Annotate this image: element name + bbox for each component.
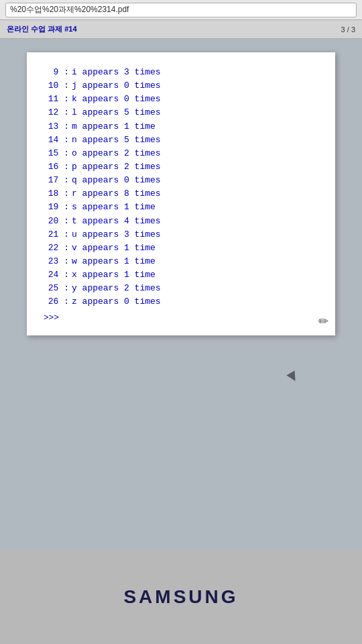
row-number: 14 : — [44, 133, 69, 147]
table-row: 26 :z appears 0 times — [44, 295, 318, 309]
row-number: 17 : — [44, 174, 69, 187]
row-number: 16 : — [44, 160, 69, 174]
row-text: r appears 8 times — [69, 187, 161, 201]
table-row: 13 :m appears 1 time — [44, 120, 318, 133]
table-row: 17 :q appears 0 times — [44, 174, 318, 187]
row-number: 10 : — [44, 79, 69, 93]
url-text: %20수업%20과제%20%2314.pdf — [10, 4, 129, 15]
url-bar[interactable]: %20수업%20과제%20%2314.pdf — [5, 3, 357, 17]
table-row: 18 :r appears 8 times — [44, 187, 318, 201]
row-number: 11 : — [44, 93, 69, 106]
row-number: 19 : — [44, 201, 69, 214]
row-text: u appears 3 times — [69, 228, 161, 241]
table-row: 21 :u appears 3 times — [44, 228, 318, 241]
tab-bar: 온라인 수업 과제 #14 3 / 3 — [0, 20, 362, 39]
table-row: 19 :s appears 1 time — [44, 201, 318, 214]
content-area: 9 :i appears 3 times10 :j appears 0 time… — [0, 39, 362, 550]
samsung-logo: SAMSUNG — [123, 586, 238, 608]
page-number: 3 / 3 — [341, 25, 355, 34]
tab-title: 온라인 수업 과제 #14 — [7, 24, 77, 34]
table-row: 10 :j appears 0 times — [44, 79, 318, 93]
row-text: q appears 0 times — [69, 174, 161, 187]
row-number: 15 : — [44, 147, 69, 160]
row-text: i appears 3 times — [69, 66, 161, 79]
pdf-page: 9 :i appears 3 times10 :j appears 0 time… — [27, 52, 335, 335]
edit-icon[interactable]: ✏ — [318, 314, 328, 329]
row-text: z appears 0 times — [69, 295, 161, 309]
row-number: 24 : — [44, 268, 69, 282]
row-text: w appears 1 time — [69, 255, 156, 268]
table-row: 22 :v appears 1 time — [44, 241, 318, 255]
row-text: p appears 2 times — [69, 160, 161, 174]
row-number: 23 : — [44, 255, 69, 268]
row-text: y appears 2 times — [69, 282, 161, 295]
table-row: 9 :i appears 3 times — [44, 66, 318, 79]
table-row: 16 :p appears 2 times — [44, 160, 318, 174]
list-content: 9 :i appears 3 times10 :j appears 0 time… — [44, 66, 318, 309]
row-text: o appears 2 times — [69, 147, 161, 160]
row-number: 9 : — [44, 66, 69, 79]
row-number: 21 : — [44, 228, 69, 241]
row-number: 26 : — [44, 295, 69, 309]
table-row: 14 :n appears 5 times — [44, 133, 318, 147]
row-text: k appears 0 times — [69, 93, 161, 106]
row-number: 12 : — [44, 106, 69, 119]
samsung-bar: SAMSUNG — [0, 550, 362, 644]
row-number: 22 : — [44, 241, 69, 255]
row-number: 25 : — [44, 282, 69, 295]
row-text: j appears 0 times — [69, 79, 161, 93]
browser-bar: %20수업%20과제%20%2314.pdf — [0, 0, 362, 20]
screen: %20수업%20과제%20%2314.pdf 온라인 수업 과제 #14 3 /… — [0, 0, 362, 550]
row-number: 20 : — [44, 215, 69, 228]
row-text: n appears 5 times — [69, 133, 161, 147]
table-row: 12 :l appears 5 times — [44, 106, 318, 119]
row-text: v appears 1 time — [69, 241, 156, 255]
row-text: t appears 4 times — [69, 215, 161, 228]
row-text: x appears 1 time — [69, 268, 156, 282]
row-text: s appears 1 time — [69, 201, 156, 214]
table-row: 15 :o appears 2 times — [44, 147, 318, 160]
row-number: 18 : — [44, 187, 69, 201]
row-number: 13 : — [44, 120, 69, 133]
table-row: 20 :t appears 4 times — [44, 215, 318, 228]
row-text: m appears 1 time — [69, 120, 156, 133]
table-row: 23 :w appears 1 time — [44, 255, 318, 268]
table-row: 25 :y appears 2 times — [44, 282, 318, 295]
table-row: 11 :k appears 0 times — [44, 93, 318, 106]
row-text: l appears 5 times — [69, 106, 161, 119]
ellipsis: >>> — [44, 312, 318, 322]
table-row: 24 :x appears 1 time — [44, 268, 318, 282]
